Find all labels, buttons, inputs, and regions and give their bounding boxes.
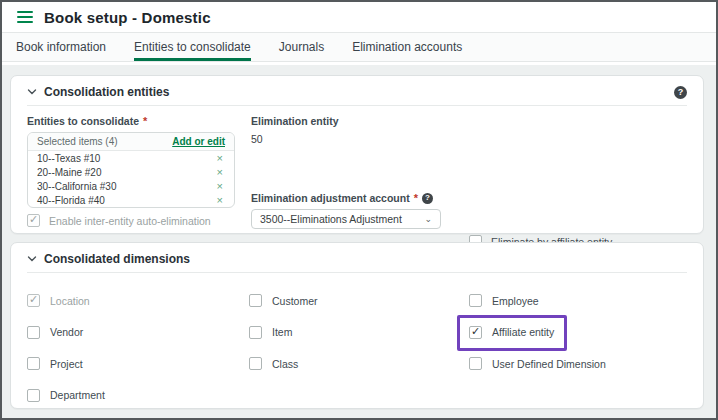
help-icon[interactable]: ? [674, 86, 687, 99]
location-checkbox[interactable] [27, 294, 40, 307]
project-checkbox[interactable] [27, 357, 40, 370]
entity-row: 10--Texas #10 × [28, 151, 234, 165]
dimension-department: Department [27, 380, 249, 412]
content-area: Consolidation entities ? Entities to con… [2, 65, 716, 418]
consolidated-dimensions-panel: Consolidated dimensions Location Vendor [10, 242, 704, 409]
title-bar: Book setup - Domestic [2, 2, 716, 33]
customer-checkbox[interactable] [249, 294, 262, 307]
entity-row: 40--Florida #40 × [28, 193, 234, 207]
auto-elimination-label: Enable inter-entity auto-elimination [49, 215, 211, 227]
dimension-customer: Customer [249, 285, 469, 317]
dimension-vendor: Vendor [27, 317, 249, 349]
dimension-project: Project [27, 348, 249, 380]
tab-bar: Book information Entities to consolidate… [2, 33, 716, 62]
list-icon[interactable] [17, 11, 33, 23]
affiliate-entity-checkbox[interactable] [469, 326, 482, 339]
auto-elimination-checkbox[interactable] [27, 214, 40, 227]
section-title: Consolidation entities [44, 85, 169, 99]
department-checkbox[interactable] [27, 389, 40, 402]
tab-book-information[interactable]: Book information [16, 33, 106, 61]
remove-entity-icon[interactable]: × [215, 195, 225, 206]
item-checkbox[interactable] [249, 326, 262, 339]
dimension-item: Item [249, 317, 469, 349]
chevron-down-icon: ⌄ [424, 214, 432, 224]
consolidation-entities-panel: Consolidation entities ? Entities to con… [10, 75, 704, 234]
chevron-down-icon[interactable] [27, 254, 37, 264]
class-checkbox[interactable] [249, 357, 262, 370]
required-asterisk: * [143, 115, 147, 127]
tab-entities-to-consolidate[interactable]: Entities to consolidate [134, 33, 251, 61]
divider [27, 272, 687, 273]
dimension-class: Class [249, 348, 469, 380]
divider [27, 105, 687, 106]
section-title: Consolidated dimensions [44, 252, 190, 266]
dimension-location: Location [27, 285, 249, 317]
remove-entity-icon[interactable]: × [215, 181, 225, 192]
selected-entities-listbox: Selected items (4) Add or edit 10--Texas… [27, 132, 235, 208]
dimensions-grid: Location Vendor Project Department [27, 285, 687, 411]
chevron-down-icon[interactable] [27, 87, 37, 97]
listbox-header: Selected items (4) Add or edit [28, 133, 234, 151]
add-or-edit-link[interactable]: Add or edit [172, 136, 225, 147]
employee-checkbox[interactable] [469, 294, 482, 307]
adjustment-account-select[interactable]: 3500--Eliminations Adjustment ⌄ [251, 209, 441, 229]
user-defined-dimension-checkbox[interactable] [469, 357, 482, 370]
help-icon[interactable]: ? [422, 193, 433, 204]
entities-to-consolidate-label: Entities to consolidate * [27, 115, 251, 127]
selected-items-count: Selected items (4) [37, 136, 118, 147]
tab-journals[interactable]: Journals [279, 33, 324, 61]
required-asterisk: * [414, 192, 418, 204]
page-title: Book setup - Domestic [44, 9, 211, 26]
app-window: Book setup - Domestic Book information E… [0, 0, 718, 420]
dimension-employee: Employee [469, 285, 687, 317]
remove-entity-icon[interactable]: × [215, 167, 225, 178]
remove-entity-icon[interactable]: × [215, 153, 225, 164]
consolidation-entities-header[interactable]: Consolidation entities ? [27, 85, 687, 99]
entity-row: 20--Maine #20 × [28, 165, 234, 179]
vendor-checkbox[interactable] [27, 326, 40, 339]
entity-row: 30--California #30 × [28, 179, 234, 193]
consolidated-dimensions-header[interactable]: Consolidated dimensions [27, 252, 687, 266]
elimination-entity-label: Elimination entity [251, 115, 469, 127]
dimension-user-defined: User Defined Dimension [469, 348, 687, 380]
elimination-entity-value: 50 [251, 133, 469, 145]
tab-elimination-accounts[interactable]: Elimination accounts [352, 33, 462, 61]
adjustment-account-label: Elimination adjustment account * ? [251, 192, 469, 204]
auto-elimination-row: Enable inter-entity auto-elimination [27, 214, 251, 227]
dimension-affiliate-entity: Affiliate entity [469, 317, 687, 349]
